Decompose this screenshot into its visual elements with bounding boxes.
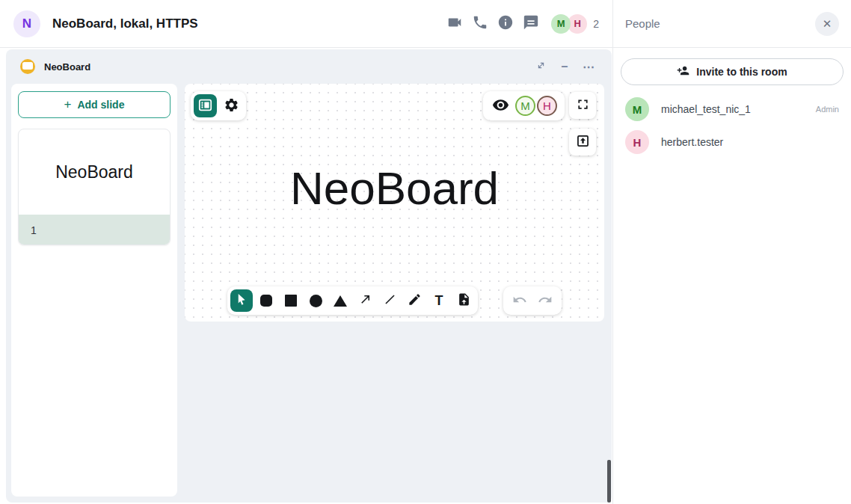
export-button[interactable] — [569, 129, 596, 156]
room-header: N NeoBoard, lokal, HTTPS M — [0, 0, 612, 48]
room-avatar[interactable]: N — [13, 10, 40, 37]
video-call-button[interactable] — [442, 11, 467, 37]
member-avatar: M — [625, 97, 649, 121]
rounded-rectangle-tool-button[interactable] — [255, 289, 277, 312]
circle-icon — [310, 295, 322, 307]
people-panel-header: People ✕ — [613, 0, 851, 48]
member-row-michael[interactable]: M michael_test_nic_1 Admin — [613, 93, 851, 126]
ellipse-tool-button[interactable] — [304, 289, 327, 312]
plus-icon: + — [64, 97, 72, 112]
eye-icon — [492, 96, 509, 116]
slide-thumbnail-1[interactable]: NeoBoard 1 — [18, 129, 170, 245]
member-count: 2 — [593, 18, 599, 30]
room-member-facepile[interactable]: M H 2 — [551, 14, 599, 34]
presenter-mode-button[interactable] — [491, 93, 510, 119]
app-window: N NeoBoard, lokal, HTTPS M — [0, 0, 851, 504]
undo-redo-toolbar — [503, 286, 562, 315]
facepile-initial: M — [557, 18, 565, 29]
text-tool-button[interactable]: T — [428, 289, 450, 312]
widget-title: NeoBoard — [44, 61, 90, 73]
board-text-element[interactable]: NeoBoard — [185, 162, 604, 215]
collaborator-avatar-m[interactable]: M — [515, 96, 535, 116]
close-icon: ✕ — [823, 17, 832, 31]
rounded-rectangle-icon — [260, 295, 272, 307]
select-tool-button[interactable] — [230, 289, 253, 312]
pen-tool-button[interactable] — [403, 289, 426, 312]
add-slide-button[interactable]: + Add slide — [18, 91, 170, 118]
collaborator-initial: H — [543, 99, 551, 112]
pencil-icon — [408, 292, 422, 309]
facepile-avatar-m: M — [551, 14, 571, 34]
presence-pill: M H — [483, 91, 565, 120]
undo-button[interactable] — [512, 292, 527, 310]
widget-header: NeoBoard – ⋯ — [6, 49, 612, 84]
invite-to-room-button[interactable]: Invite to this room — [621, 58, 844, 85]
facepile-avatar-h: H — [568, 14, 587, 34]
line-icon — [383, 292, 397, 309]
redo-icon — [538, 292, 553, 310]
member-row-herbert[interactable]: H herbert.tester — [613, 126, 851, 159]
widget-minimize-button[interactable]: – — [556, 58, 574, 76]
slide-panel: + Add slide NeoBoard 1 — [11, 84, 177, 497]
undo-icon — [512, 292, 527, 310]
image-upload-tool-button[interactable] — [452, 289, 475, 312]
slide-preview-text: NeoBoard — [19, 129, 170, 215]
upload-icon — [575, 133, 591, 151]
rectangle-tool-button[interactable] — [280, 289, 302, 312]
member-initial: M — [633, 103, 642, 116]
info-icon — [497, 14, 514, 33]
widget-expand-button[interactable] — [532, 58, 550, 76]
neoboard-widget: NeoBoard – ⋯ + Add slide — [6, 49, 612, 503]
whiteboard-canvas[interactable]: NeoBoard — [185, 84, 604, 322]
board-settings-button[interactable] — [220, 94, 243, 117]
rectangle-icon — [285, 295, 297, 307]
slide-layout-icon — [197, 97, 213, 115]
text-tool-icon: T — [435, 293, 443, 309]
drawing-toolbar: T — [227, 286, 478, 315]
collaborator-avatar-h[interactable]: H — [537, 96, 557, 116]
triangle-tool-button[interactable] — [329, 289, 351, 312]
room-info-button[interactable] — [493, 11, 518, 37]
collaborator-initial: M — [520, 99, 530, 112]
triangle-icon — [334, 295, 347, 307]
room-title: NeoBoard, lokal, HTTPS — [52, 16, 198, 31]
person-add-icon — [677, 64, 689, 79]
canvas-top-left-toolbar — [191, 91, 246, 120]
threads-button[interactable] — [518, 11, 544, 37]
facepile-initial: H — [574, 18, 581, 29]
widget-more-options-button[interactable]: ⋯ — [580, 58, 597, 76]
close-people-panel-button[interactable]: ✕ — [815, 12, 839, 36]
expand-icon — [535, 60, 547, 74]
add-slide-label: Add slide — [77, 99, 124, 111]
people-panel: People ✕ Invite to this room M michael_t… — [612, 0, 851, 504]
arrow-tool-button[interactable] — [354, 289, 376, 312]
chat-icon — [523, 14, 539, 33]
member-initial: H — [633, 136, 642, 149]
cursor-icon — [235, 292, 249, 309]
neoboard-widget-icon — [20, 59, 35, 74]
voice-call-button[interactable] — [467, 11, 493, 37]
people-panel-title: People — [625, 17, 660, 30]
widget-scrollbar-thumb[interactable] — [607, 460, 611, 503]
file-upload-icon — [457, 292, 471, 309]
room-avatar-letter: N — [22, 16, 31, 31]
line-tool-button[interactable] — [378, 289, 401, 312]
fullscreen-icon — [575, 96, 591, 114]
member-role-badge: Admin — [816, 105, 839, 114]
video-camera-icon — [446, 14, 463, 33]
invite-button-label: Invite to this room — [696, 66, 787, 78]
redo-button[interactable] — [538, 292, 553, 310]
gear-icon — [224, 97, 239, 115]
member-name: michael_test_nic_1 — [661, 103, 751, 115]
phone-icon — [472, 14, 488, 33]
more-options-icon: ⋯ — [583, 60, 595, 74]
slide-number: 1 — [19, 215, 170, 245]
widget-controls: – ⋯ — [532, 58, 597, 76]
member-name: herbert.tester — [661, 136, 723, 148]
slide-overview-button[interactable] — [194, 94, 217, 117]
fullscreen-button[interactable] — [569, 92, 596, 119]
arrow-icon — [358, 292, 372, 309]
minimize-icon: – — [562, 60, 568, 73]
member-avatar: H — [625, 130, 649, 154]
